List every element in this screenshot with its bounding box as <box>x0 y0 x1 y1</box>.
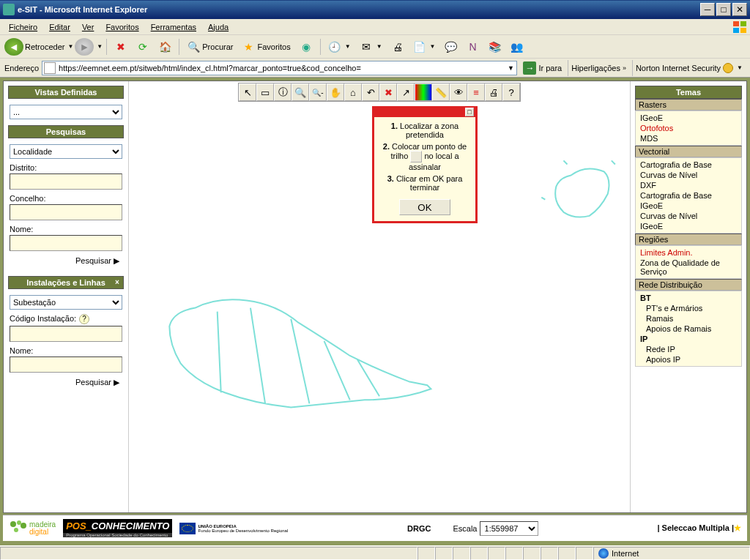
maximize-button[interactable]: □ <box>716 3 731 16</box>
menu-ferramentas[interactable]: Ferramentas <box>145 21 202 33</box>
app-icon <box>3 4 15 15</box>
mail-button[interactable]: ✉▼ <box>356 38 386 56</box>
menubar: Ficheiro Editar Ver Favoritos Ferramenta… <box>0 19 750 35</box>
go-arrow-icon: → <box>523 61 536 75</box>
windows-logo-icon <box>732 20 747 34</box>
links-button[interactable]: Hiperligações » <box>568 60 629 76</box>
close-button[interactable]: ✕ <box>732 3 747 16</box>
forward-dropdown[interactable]: ▼ <box>97 43 103 50</box>
browser-toolbar: ◄ Retroceder ▼ ► ▼ ✖ ⟳ 🏠 🔍Procurar ★Favo… <box>0 35 750 59</box>
edit-button[interactable]: 📄▼ <box>409 38 439 56</box>
discuss-button[interactable]: 💬 <box>440 38 461 56</box>
refresh-button[interactable]: ⟳ <box>133 38 153 56</box>
svg-rect-3 <box>740 28 746 33</box>
messenger-button[interactable]: 👥 <box>506 38 527 56</box>
history-button[interactable]: 🕘▼ <box>324 38 354 56</box>
print-button[interactable]: 🖨 <box>387 38 408 56</box>
svg-rect-0 <box>733 21 739 26</box>
forward-button[interactable]: ► <box>75 38 94 56</box>
back-dropdown[interactable]: ▼ <box>67 43 73 50</box>
window-titlebar: e-SIT - Microsoft Internet Explorer ─ □ … <box>0 0 750 19</box>
menu-ver[interactable]: Ver <box>76 21 100 33</box>
back-label: Retroceder <box>25 42 64 51</box>
home-button[interactable]: 🏠 <box>155 38 175 56</box>
search-button[interactable]: 🔍Procurar <box>183 38 237 56</box>
favorites-button[interactable]: ★Favoritos <box>238 38 294 56</box>
minimize-button[interactable]: ─ <box>700 3 715 16</box>
menu-editar[interactable]: Editar <box>43 21 76 33</box>
onenote-button[interactable]: N <box>462 38 483 56</box>
back-button[interactable]: ◄ <box>4 38 23 56</box>
svg-rect-1 <box>740 21 746 26</box>
norton-button[interactable]: Norton Internet Security ▼ <box>632 60 746 76</box>
page-icon <box>44 62 56 74</box>
research-button[interactable]: 📚 <box>484 38 505 56</box>
menu-ajuda[interactable]: Ajuda <box>202 21 234 33</box>
menu-favoritos[interactable]: Favoritos <box>100 21 144 33</box>
svg-rect-2 <box>733 28 739 33</box>
stop-button[interactable]: ✖ <box>111 38 131 56</box>
norton-globe-icon <box>723 63 733 73</box>
window-title: e-SIT - Microsoft Internet Explorer <box>18 5 700 14</box>
go-button[interactable]: → Ir para <box>520 61 565 75</box>
address-bar: Endereço ▼ → Ir para Hiperligações » Nor… <box>0 59 750 78</box>
menu-ficheiro[interactable]: Ficheiro <box>3 21 43 33</box>
media-button[interactable]: ◉ <box>296 38 316 56</box>
url-input[interactable] <box>57 64 505 72</box>
url-dropdown[interactable]: ▼ <box>505 64 516 72</box>
address-label: Endereço <box>4 64 39 72</box>
